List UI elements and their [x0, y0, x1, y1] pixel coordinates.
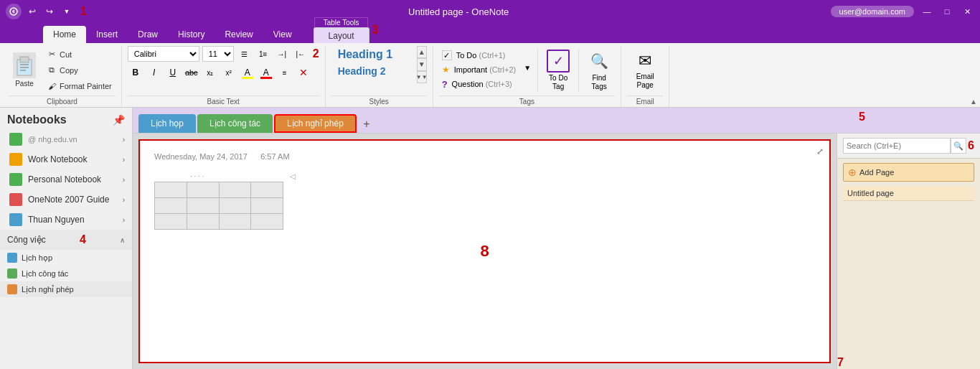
styles-scroll: Heading 1 Heading 2 — [331, 46, 413, 79]
strikethrough-button[interactable]: abc — [184, 65, 199, 80]
close-button[interactable]: ✕ — [960, 4, 974, 19]
sidebar-title: Notebooks — [7, 113, 67, 126]
customize-qat-button[interactable]: ▼ — [60, 5, 73, 18]
font-color-icon: A — [263, 67, 269, 78]
personal-notebook-icon — [9, 173, 22, 186]
tab-lichcongtac[interactable]: Lịch công tác — [197, 114, 273, 133]
indent-decrease-button[interactable]: |← — [293, 46, 308, 62]
redo-button[interactable]: ↪ — [43, 5, 56, 18]
todo-tag-button[interactable]: ✓ To DoTag — [542, 49, 574, 92]
view-tab[interactable]: View — [263, 26, 302, 43]
sidebar-item-personal[interactable]: Personal Notebook › — [0, 169, 132, 190]
date-text: Wednesday, May 24, 2017 — [154, 152, 248, 161]
cong-viec-expand-icon: ∧ — [120, 236, 125, 244]
todo-tag-item[interactable]: ✓ To Do (Ctrl+1) — [439, 49, 519, 62]
undo-button[interactable]: ↩ — [26, 5, 39, 18]
note-expand-button[interactable]: ⤢ — [816, 146, 824, 157]
table-cell[interactable] — [251, 182, 283, 198]
note-page[interactable]: Wednesday, May 24, 2017 6:57 AM · · · · … — [138, 139, 831, 363]
find-tags-button[interactable]: 🔍 FindTags — [583, 49, 615, 92]
font-size-select[interactable]: 11 — [202, 46, 234, 62]
email-page-button[interactable]: ✉ EmailPage — [627, 49, 663, 92]
clipboard-content: Paste ✂ Cut ⧉ Copy 🖌 Format Painter — [9, 46, 116, 94]
bold-button[interactable]: B — [128, 65, 143, 80]
basic-text-content: Calibri 11 ☰ 1≡ →| |← 2 B I U — [128, 46, 319, 94]
section-tabs: Lịch họp Lịch công tác Lịch nghỉ phép + … — [133, 108, 980, 134]
table-cell[interactable] — [219, 182, 251, 198]
table-cell[interactable] — [155, 214, 187, 230]
add-section-tab-button[interactable]: + — [358, 116, 375, 133]
sidebar: Notebooks 📌 @ nhg.edu.vn › Work Notebook… — [0, 108, 133, 369]
format-painter-button[interactable]: 🖌 Format Painter — [43, 79, 116, 93]
sidebar-section-lichhop[interactable]: Lịch họp — [0, 250, 132, 266]
styles-group: Heading 1 Heading 2 ▲ ▼ ▼▼ Styles — [326, 46, 433, 107]
table-cell[interactable] — [187, 198, 219, 214]
review-tab[interactable]: Review — [215, 26, 263, 43]
table-cell[interactable] — [187, 214, 219, 230]
insert-tab[interactable]: Insert — [86, 26, 128, 43]
annotation-7: 7 — [837, 356, 980, 369]
align-left-button[interactable]: ≡ — [277, 65, 293, 80]
font-color-button[interactable]: A — [258, 65, 274, 80]
collapse-ribbon-button[interactable]: ▲ — [970, 98, 977, 106]
important-tag-item[interactable]: ★ Important (Ctrl+2) — [439, 63, 519, 76]
sidebar-item-onenote2007[interactable]: OneNote 2007 Guide › — [0, 190, 132, 210]
tags-dropdown-button[interactable]: ▼ — [522, 46, 533, 89]
question-tag-item[interactable]: ? Question (Ctrl+3) — [439, 78, 519, 91]
sidebar-section-lichnghiphep[interactable]: Lịch nghỉ phép — [0, 281, 132, 297]
page-item-untitled[interactable]: Untitled page — [843, 186, 974, 201]
search-button[interactable]: 🔍 — [951, 138, 966, 154]
font-name-select[interactable]: Calibri — [128, 46, 199, 62]
cut-button[interactable]: ✂ Cut — [43, 47, 116, 62]
history-tab[interactable]: History — [168, 26, 215, 43]
layout-tab[interactable]: Layout — [314, 27, 369, 43]
sidebar-section-lichcongtac[interactable]: Lịch công tác — [0, 266, 132, 281]
add-page-button[interactable]: ⊕ Add Page — [843, 163, 974, 182]
search-input[interactable] — [843, 138, 951, 154]
draw-tab[interactable]: Draw — [128, 26, 168, 43]
table-cell[interactable] — [251, 214, 283, 230]
paste-button[interactable]: Paste — [9, 49, 40, 92]
heading2-style[interactable]: Heading 2 — [331, 63, 413, 79]
nhg-chevron-icon: › — [123, 136, 125, 144]
list-button[interactable]: ☰ — [237, 46, 253, 62]
table-cell[interactable] — [155, 198, 187, 214]
sidebar-item-work[interactable]: Work Notebook › — [0, 149, 132, 169]
table-cell[interactable] — [219, 198, 251, 214]
styles-scroll-up[interactable]: ▲ — [417, 46, 427, 58]
highlight-color-button[interactable]: A — [240, 65, 255, 80]
underline-button[interactable]: U — [165, 65, 181, 80]
sidebar-pin-button[interactable]: 📌 — [113, 114, 125, 126]
table-cell[interactable] — [219, 214, 251, 230]
copy-button[interactable]: ⧉ Copy — [43, 63, 116, 78]
styles-more[interactable]: ▼▼ — [417, 71, 427, 83]
sidebar-item-nhg[interactable]: @ nhg.edu.vn › — [0, 129, 132, 149]
italic-button[interactable]: I — [146, 65, 162, 80]
styles-scroll-down[interactable]: ▼ — [417, 58, 427, 70]
subscript-button[interactable]: x₂ — [202, 65, 218, 80]
lichnghiphep-section-icon — [7, 284, 17, 294]
cong-viec-header[interactable]: Công việc 4 ∧ — [0, 230, 132, 250]
heading1-style[interactable]: Heading 1 — [331, 46, 413, 63]
font-row2: B I U abc x₂ x² A A ≡ ✕ — [128, 65, 311, 80]
tab-lichhop[interactable]: Lịch họp — [138, 114, 196, 133]
home-tab[interactable]: Home — [43, 26, 86, 43]
numbered-list-button[interactable]: 1≡ — [255, 46, 271, 62]
indent-increase-button[interactable]: →| — [274, 46, 290, 62]
maximize-button[interactable]: □ — [940, 4, 954, 19]
page-item-label: Untitled page — [847, 189, 894, 197]
user-account[interactable]: user@domain.com — [831, 6, 914, 17]
annotation-2: 2 — [313, 47, 319, 60]
table-cell[interactable] — [251, 198, 283, 214]
table-cell[interactable] — [187, 182, 219, 198]
svg-rect-2 — [20, 57, 29, 62]
nhg-notebook-icon — [9, 133, 22, 146]
sidebar-item-thuan[interactable]: Thuan Nguyen › — [0, 210, 132, 230]
note-table[interactable] — [154, 182, 283, 230]
tab-lichnghiphep[interactable]: Lịch nghỉ phép — [274, 114, 357, 133]
clear-formatting-button[interactable]: ✕ — [296, 65, 311, 80]
tags-label: Tags — [439, 95, 616, 106]
minimize-button[interactable]: — — [920, 4, 934, 19]
superscript-button[interactable]: x² — [221, 65, 237, 80]
table-cell[interactable] — [155, 182, 187, 198]
